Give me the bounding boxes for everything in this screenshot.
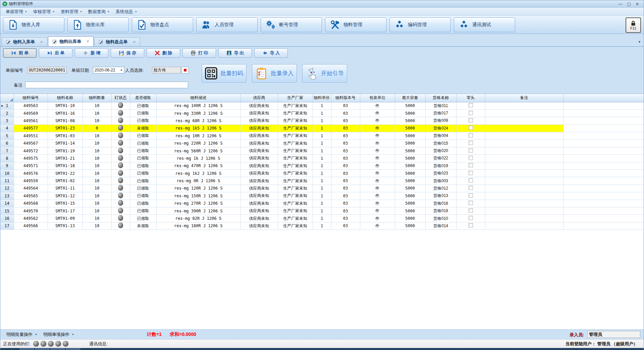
action-button-批量扫码[interactable]: 批量扫码 [202,64,247,83]
row-selector[interactable]: 10 [0,170,14,177]
cell-fraction[interactable] [456,185,485,192]
toolbar-button-物料管理[interactable]: 物料管理 [325,17,386,32]
cell-capacity[interactable]: 5000 [395,117,425,124]
cell-description[interactable]: res-mg 0R J 1206 S [156,177,240,185]
cell-capacity[interactable]: 5000 [395,192,425,200]
cell-received[interactable]: 已领取 [130,147,156,154]
cell-description[interactable]: res-mg 390R J 1206 S [156,207,240,214]
cell-shelf[interactable]: 货格024 [425,124,456,132]
tab-close-icon[interactable]: ✕ [86,39,89,44]
cell-lamp[interactable] [111,132,130,140]
fraction-checkbox[interactable] [469,118,473,122]
cell-received[interactable]: 已领取 [130,109,156,117]
cell-description[interactable]: res-mg 470R J 1206 S [156,162,240,169]
cell-version[interactable]: 03 [331,140,360,147]
cell-unit[interactable]: 件 [360,132,395,140]
cell-note[interactable] [485,147,563,154]
note-input[interactable] [25,82,188,88]
cell-code[interactable]: 449563 [14,102,48,109]
fraction-checkbox[interactable] [469,133,473,138]
cell-manufacturer[interactable]: 生产厂家未知 [278,177,313,185]
cell-code[interactable]: 449576 [14,170,48,177]
cell-lamp[interactable] [111,155,130,162]
cell-shelf[interactable]: 货格013 [425,192,456,200]
cell-capacity[interactable]: 5000 [395,140,425,147]
cell-manufacturer[interactable]: 生产厂家未知 [278,140,313,147]
cell-manufacturer[interactable]: 生产厂家未知 [278,162,313,169]
cell-version[interactable]: 03 [331,162,360,169]
cell-supplier[interactable]: 供应商未知 [240,162,278,169]
cell-code[interactable]: 449565 [14,192,48,200]
cell-note[interactable] [485,200,563,207]
cell-supplier[interactable]: 供应商未知 [240,192,278,200]
menu-item-1[interactable]: 单据管理▼ [3,8,31,15]
cell-note[interactable] [485,155,563,162]
cell-note[interactable] [485,207,563,214]
cell-code[interactable]: 449564 [14,185,48,192]
cell-capacity[interactable]: 5000 [395,200,425,207]
cell-name[interactable]: SMT01-23 [48,124,83,132]
row-selector[interactable]: 13 [0,192,14,200]
minimize-button[interactable]: — [619,2,623,6]
doc-date-select[interactable]: 2020-06-22▼ [93,67,124,73]
cell-shelf[interactable]: 货格019 [425,162,456,169]
cell-lamp[interactable] [111,124,130,132]
cell-qty[interactable]: 10 [83,207,111,214]
fraction-checkbox[interactable] [469,103,473,107]
cell-code[interactable]: 449569 [14,109,48,117]
column-header-灯状态[interactable]: 灯状态 [111,94,130,102]
cell-description[interactable]: res-mg 10R J 1206 S [156,132,240,140]
column-header-最大容量[interactable]: 最大容量 [395,94,425,102]
cell-name[interactable]: SMT01-21 [48,155,83,162]
cell-name[interactable]: SMT01-11 [48,185,83,192]
cell-name[interactable]: SMT01-12 [48,192,83,200]
cell-version[interactable]: 03 [331,192,360,200]
table-row[interactable]: 16449562SMT01-0910已领取res-mg 82R J 1206 S… [0,215,644,222]
cell-received[interactable]: 已领取 [130,102,156,109]
cell-lamp[interactable] [111,200,130,207]
tab-物料入库单[interactable]: 物料入库单✕ [2,37,47,46]
row-selector[interactable]: 15 [0,207,14,214]
cell-name[interactable]: SMT01-08 [48,117,83,124]
cell-code[interactable]: 449566 [14,222,48,230]
single-operations-menu[interactable]: 明细单项操作▼ [43,332,74,338]
fraction-checkbox[interactable] [469,201,473,205]
toolbar-button-编码管理[interactable]: 编码管理 [389,17,451,32]
cell-supplier[interactable]: 供应商未知 [240,177,278,185]
cell-fraction[interactable] [456,132,485,140]
cell-manufacturer[interactable]: 生产厂家未知 [278,109,313,117]
cell-code[interactable]: 449577 [14,124,48,132]
table-row[interactable]: 8449575SMT01-2110已领取res-mg 1k J 1206 S供应… [0,155,644,162]
cell-lamp[interactable] [111,177,130,185]
cell-price[interactable]: 1 [313,117,331,124]
cell-version[interactable]: 03 [331,102,360,109]
cell-note[interactable] [485,170,563,177]
cell-fraction[interactable] [456,147,485,154]
fraction-checkbox[interactable] [469,178,473,183]
row-selector[interactable]: 6 [0,140,14,147]
cell-note[interactable] [485,117,563,124]
cell-manufacturer[interactable]: 生产厂家未知 [278,102,313,109]
cell-lamp[interactable] [111,140,130,147]
menu-item-4[interactable]: 数据查询▼ [86,8,113,15]
cell-lamp[interactable] [111,147,130,154]
cell-capacity[interactable]: 5000 [395,170,425,177]
cell-version[interactable]: 03 [331,155,360,162]
cell-unit[interactable]: 件 [360,109,395,117]
table-row[interactable]: 12449564SMT01-1110已领取res-mg 120R J 1206 … [0,185,644,192]
menu-item-5[interactable]: 系统信息▼ [113,8,141,15]
cell-price[interactable]: 1 [313,200,331,207]
cell-qty[interactable]: 10 [83,215,111,222]
cell-qty[interactable]: 10 [83,200,111,207]
cell-manufacturer[interactable]: 生产厂家未知 [278,207,313,214]
cell-qty[interactable]: 10 [83,185,111,192]
operator-field[interactable]: 管理员 [587,331,640,338]
cell-version[interactable]: 03 [331,117,360,124]
cell-price[interactable]: 1 [313,222,331,230]
column-header-物料描述[interactable]: 物料描述 [156,94,240,102]
fraction-checkbox[interactable] [469,126,473,130]
toolbar-button-帐号管理[interactable]: 帐号管理 [261,17,322,32]
cell-unit[interactable]: 件 [360,215,395,222]
cell-supplier[interactable]: 供应商未知 [240,117,278,124]
fraction-checkbox[interactable] [469,223,473,228]
